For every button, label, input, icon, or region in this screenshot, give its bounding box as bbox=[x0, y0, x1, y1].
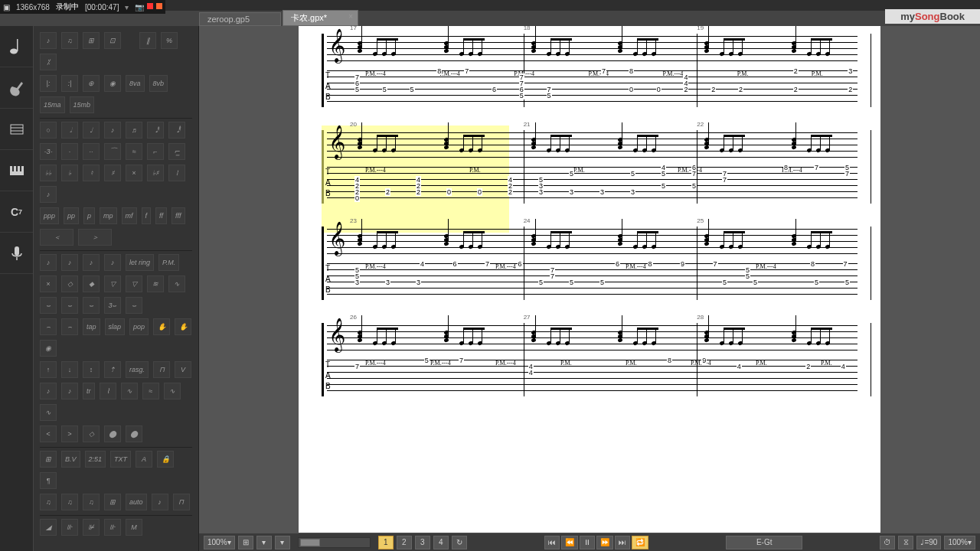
tool-btn[interactable]: 𝄔 bbox=[168, 165, 185, 181]
pop-btn[interactable]: pop bbox=[129, 318, 149, 335]
tempo-display[interactable]: ♩= 90 bbox=[916, 536, 941, 549]
note-mode-button[interactable] bbox=[0, 26, 33, 67]
tool-btn[interactable]: |: bbox=[40, 75, 57, 92]
tab-fret-number[interactable]: 3 bbox=[569, 188, 574, 196]
dynamic-mp[interactable]: mp bbox=[100, 207, 117, 224]
tool-btn[interactable]: ⌢ bbox=[61, 318, 78, 335]
tool-btn[interactable]: ⊕ bbox=[83, 75, 100, 92]
tab-fret-number[interactable]: 5 bbox=[538, 279, 544, 286]
ottava-15ma[interactable]: 15ma bbox=[40, 96, 65, 113]
tab-fret-number[interactable]: 8 bbox=[810, 260, 815, 268]
dynamic-ppp[interactable]: ppp bbox=[40, 207, 59, 224]
tool-btn[interactable]: ⌣ bbox=[126, 297, 142, 314]
tool-btn[interactable]: ♪ bbox=[61, 383, 78, 399]
staff-system[interactable]: 𝄞202122P.M.---4P.M.P.M.P.M.-----4P.M.---… bbox=[322, 130, 858, 204]
first-button[interactable]: ⏮ bbox=[544, 536, 560, 549]
tab-fret-number[interactable]: 2 bbox=[793, 86, 799, 93]
dynamic-ff[interactable]: ff bbox=[155, 207, 167, 224]
count-3[interactable]: 3 bbox=[415, 536, 430, 549]
tool-btn[interactable]: ⌢ bbox=[40, 318, 57, 335]
dynamic-p[interactable]: p bbox=[83, 207, 95, 224]
tab-fret-number[interactable]: 7 bbox=[722, 176, 727, 184]
tab-staff[interactable]: TAB877823774674555667002222255 bbox=[327, 70, 858, 107]
tool-btn[interactable]: ‖ bbox=[139, 32, 156, 49]
tool-btn[interactable]: ⌣ bbox=[83, 297, 100, 314]
tab-fret-number[interactable]: 7 bbox=[485, 260, 490, 268]
countdown-icon[interactable]: ⧖ bbox=[898, 536, 913, 549]
tool-btn[interactable]: ≈ bbox=[142, 383, 159, 399]
note-64th[interactable]: 𝅘𝅥𝅱 bbox=[168, 122, 185, 139]
repeat-button[interactable]: 🔁 bbox=[632, 536, 648, 549]
tool-btn[interactable]: ⌣ bbox=[61, 297, 78, 314]
tool-btn[interactable]: ⬤ bbox=[104, 425, 121, 442]
palm-mute-btn[interactable]: P.M. bbox=[158, 254, 179, 271]
pause-recording-button[interactable] bbox=[147, 3, 153, 9]
tab-fret-number[interactable]: 2 bbox=[710, 86, 716, 93]
tool-btn[interactable]: ◢ bbox=[40, 519, 57, 536]
flat-btn[interactable]: ♭♭ bbox=[40, 165, 57, 181]
mic-button[interactable] bbox=[0, 233, 33, 274]
tool-btn[interactable]: ♪ bbox=[40, 186, 57, 203]
tool-btn[interactable]: ✋ bbox=[175, 318, 191, 335]
songbook-link[interactable]: mySongBook bbox=[885, 9, 980, 24]
fretboard-button[interactable] bbox=[0, 109, 33, 150]
ottava-15mb[interactable]: 15mb bbox=[70, 96, 95, 113]
tab-fret-number[interactable]: 2 bbox=[683, 86, 688, 93]
tool-btn[interactable]: ✋ bbox=[153, 318, 170, 335]
tab-fret-number[interactable]: 5 bbox=[661, 182, 666, 190]
tab-fret-number[interactable]: 7 bbox=[354, 363, 360, 370]
staff-system[interactable]: 𝄞262728P.M.---4P.M.---4P.M.---4P.M.P.M.P… bbox=[322, 323, 858, 396]
tab-fret-number[interactable]: 8 bbox=[436, 67, 442, 75]
tool-btn[interactable]: ♪ bbox=[152, 494, 168, 510]
staff-system[interactable]: 𝄞232425P.M.---4P.M.---4P.M.---4P.M.---4T… bbox=[322, 227, 858, 300]
tool-btn[interactable]: ▽ bbox=[126, 276, 142, 292]
tool-btn[interactable]: · bbox=[61, 143, 78, 160]
tool-btn[interactable]: ¶ bbox=[40, 472, 57, 489]
tool-btn[interactable]: × bbox=[40, 276, 57, 292]
tab-fret-number[interactable]: 8 bbox=[667, 357, 672, 364]
tab-fret-number[interactable]: 7 bbox=[459, 357, 464, 364]
scroll-thumb[interactable] bbox=[300, 539, 320, 546]
dynamic-fff[interactable]: fff bbox=[172, 207, 185, 224]
note-16th[interactable]: ♬ bbox=[126, 122, 142, 139]
tool-btn[interactable]: ·· bbox=[83, 143, 100, 160]
tab-fret-number[interactable]: 6 bbox=[518, 260, 523, 268]
tab-fret-number[interactable]: 7 bbox=[843, 260, 848, 268]
tab-fret-number[interactable]: 3 bbox=[630, 188, 635, 196]
tab-fret-number[interactable]: 2 bbox=[738, 86, 743, 93]
guitar-mode-button[interactable] bbox=[0, 67, 33, 109]
tab-fret-number[interactable]: 0 bbox=[656, 86, 662, 93]
tab-fret-number[interactable]: 5 bbox=[691, 182, 697, 190]
tab-fret-number[interactable]: 7 bbox=[844, 170, 850, 178]
tab-fret-number[interactable]: 5 bbox=[661, 170, 666, 178]
crescendo-btn[interactable]: ＜ bbox=[40, 229, 74, 246]
tab-fret-number[interactable]: 2 bbox=[416, 188, 421, 196]
note-eighth[interactable]: ♪ bbox=[104, 122, 121, 139]
bv-btn[interactable]: B.V bbox=[61, 451, 80, 468]
tab-fret-number[interactable]: 2 bbox=[508, 188, 513, 196]
tool-btn[interactable]: -3- bbox=[40, 143, 57, 160]
notation-staff[interactable]: 𝄞171819P.M.---4P.M.---4P.M.---4P.M.---4P… bbox=[327, 34, 858, 64]
tool-btn[interactable]: ♪ bbox=[40, 254, 57, 271]
tab-fret-number[interactable]: 8 bbox=[648, 260, 653, 268]
forward-button[interactable]: ⏩ bbox=[596, 536, 613, 549]
tool-btn[interactable]: :| bbox=[61, 75, 78, 92]
notation-staff[interactable]: 𝄞232425P.M.---4P.M.---4P.M.---4P.M.---4 bbox=[327, 227, 858, 257]
zoom-select-left[interactable]: 100% ▾ bbox=[204, 536, 235, 549]
tab-fret-number[interactable]: 5 bbox=[722, 279, 727, 286]
camera-icon[interactable]: 📷 bbox=[135, 3, 144, 11]
tab-fret-number[interactable]: 4 bbox=[841, 363, 846, 370]
trill-btn[interactable]: tr bbox=[83, 383, 95, 399]
count-2[interactable]: 2 bbox=[397, 536, 412, 549]
tool-btn[interactable]: ∿ bbox=[121, 383, 138, 399]
loop-toggle[interactable]: ↻ bbox=[452, 536, 467, 549]
rasg-btn[interactable]: rasg. bbox=[126, 361, 149, 378]
tab-fret-number[interactable]: 6 bbox=[492, 86, 497, 93]
tab-fret-number[interactable]: 7 bbox=[814, 164, 819, 171]
tab-fret-number[interactable]: 3 bbox=[848, 67, 853, 75]
tab-fret-number[interactable]: 5 bbox=[410, 86, 415, 93]
tool-btn[interactable]: ⌇ bbox=[100, 383, 116, 399]
tab-fret-number[interactable]: 9 bbox=[701, 357, 707, 364]
tool-btn[interactable]: ▽ bbox=[104, 276, 121, 292]
track-selector[interactable]: E-Gt bbox=[726, 536, 802, 549]
